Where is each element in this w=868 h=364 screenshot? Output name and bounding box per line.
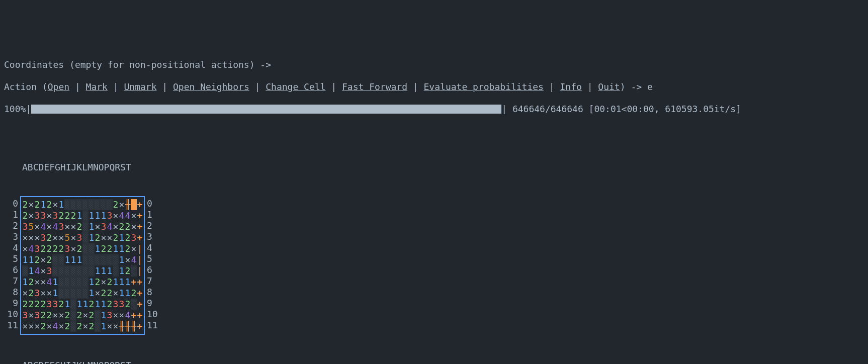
cell-O6[interactable]: 1 (107, 265, 113, 277)
cell-J0[interactable] (76, 199, 82, 210)
cell-P0[interactable]: 2 (113, 199, 119, 210)
action-unmark[interactable]: Unmark (124, 81, 156, 92)
cell-H1[interactable]: 2 (64, 210, 70, 221)
cell-E10[interactable]: 2 (46, 310, 52, 321)
cell-L11[interactable]: 2 (89, 321, 95, 332)
cell-F2[interactable]: 4 (52, 221, 58, 232)
cell-I4[interactable]: × (70, 243, 76, 254)
cell-O5[interactable] (107, 254, 113, 265)
cell-E9[interactable]: 3 (46, 299, 52, 310)
action-info[interactable]: Info (560, 81, 581, 92)
cell-K5[interactable] (82, 254, 89, 265)
cell-H0[interactable] (64, 199, 70, 210)
cell-F1[interactable]: 3 (52, 210, 58, 221)
cell-J1[interactable]: 1 (76, 210, 82, 221)
cell-Q0[interactable]: × (119, 199, 125, 210)
cell-J7[interactable] (76, 277, 82, 288)
cell-B0[interactable]: × (28, 199, 34, 210)
cell-Q1[interactable]: 4 (119, 210, 125, 221)
action-mark[interactable]: Mark (86, 81, 108, 92)
cell-N2[interactable]: 3 (101, 221, 107, 232)
cell-B1[interactable]: × (28, 210, 34, 221)
cell-I7[interactable] (70, 277, 76, 288)
cell-S0[interactable]: █ (131, 199, 137, 210)
cell-T10[interactable]: + (137, 310, 143, 321)
cell-D3[interactable]: 3 (40, 232, 46, 243)
cell-F10[interactable]: × (52, 310, 58, 321)
cell-F7[interactable]: 1 (52, 277, 58, 288)
cell-R0[interactable]: ╫ (125, 199, 131, 210)
cell-T2[interactable]: + (137, 221, 143, 232)
cell-F4[interactable]: 2 (52, 243, 58, 254)
cell-J2[interactable]: 2 (76, 221, 82, 232)
cell-H9[interactable]: 1 (64, 299, 70, 310)
cell-B11[interactable]: × (28, 321, 34, 332)
cell-C11[interactable]: × (34, 321, 40, 332)
cell-M11[interactable] (95, 321, 101, 332)
cell-K11[interactable]: × (82, 321, 89, 332)
cell-Q2[interactable]: 2 (119, 221, 125, 232)
cell-O3[interactable]: × (107, 232, 113, 243)
action-quit[interactable]: Quit (598, 81, 620, 92)
cell-C0[interactable]: 2 (34, 199, 40, 210)
cell-T7[interactable]: + (137, 277, 143, 288)
cell-M8[interactable]: × (95, 288, 101, 299)
cell-N3[interactable]: × (101, 232, 107, 243)
cell-L10[interactable]: 2 (89, 310, 95, 321)
cell-H4[interactable]: 3 (64, 243, 70, 254)
cell-A6[interactable] (22, 265, 28, 277)
cell-N9[interactable]: 1 (101, 299, 107, 310)
cell-C3[interactable]: × (34, 232, 40, 243)
cell-I11[interactable] (70, 321, 76, 332)
cell-J3[interactable]: 3 (76, 232, 82, 243)
cell-P9[interactable]: 3 (113, 299, 119, 310)
cell-S8[interactable]: 2 (131, 288, 137, 299)
cell-E6[interactable]: 3 (46, 265, 52, 277)
cell-A5[interactable]: 1 (22, 254, 28, 265)
cell-I5[interactable]: 1 (70, 254, 76, 265)
cell-E5[interactable]: 2 (46, 254, 52, 265)
cell-J8[interactable] (76, 288, 82, 299)
cell-Q8[interactable]: 1 (119, 288, 125, 299)
cell-B7[interactable]: 2 (28, 277, 34, 288)
cell-E0[interactable]: 2 (46, 199, 52, 210)
cell-Q5[interactable]: 1 (119, 254, 125, 265)
cell-O4[interactable]: 2 (107, 243, 113, 254)
cell-E8[interactable]: × (46, 288, 52, 299)
cell-M4[interactable]: 1 (95, 243, 101, 254)
cell-I8[interactable] (70, 288, 76, 299)
cell-G3[interactable]: × (58, 232, 64, 243)
cell-F9[interactable]: 3 (52, 299, 58, 310)
cell-A1[interactable]: 2 (22, 210, 28, 221)
cell-K2[interactable] (82, 221, 89, 232)
cell-I6[interactable] (70, 265, 76, 277)
cell-F11[interactable]: 4 (52, 321, 58, 332)
cell-C10[interactable]: 3 (34, 310, 40, 321)
cell-B9[interactable]: 2 (28, 299, 34, 310)
cell-D0[interactable]: 1 (40, 199, 46, 210)
cell-H5[interactable]: 1 (64, 254, 70, 265)
cell-P4[interactable]: 1 (113, 243, 119, 254)
cell-C6[interactable]: 4 (34, 265, 40, 277)
cell-I2[interactable]: × (70, 221, 76, 232)
cell-T9[interactable]: + (137, 299, 143, 310)
cell-C5[interactable]: 2 (34, 254, 40, 265)
cell-Q3[interactable]: 1 (119, 232, 125, 243)
cell-L3[interactable]: 1 (89, 232, 95, 243)
cell-G0[interactable]: 1 (58, 199, 64, 210)
cell-T0[interactable]: + (137, 199, 143, 210)
cell-Q11[interactable]: ╫ (119, 321, 125, 332)
cell-C7[interactable]: × (34, 277, 40, 288)
cell-K9[interactable]: 1 (82, 299, 89, 310)
cell-G10[interactable]: × (58, 310, 64, 321)
cell-D4[interactable]: 2 (40, 243, 46, 254)
cell-R6[interactable]: 2 (125, 265, 131, 277)
cell-G9[interactable]: 2 (58, 299, 64, 310)
cell-H8[interactable] (64, 288, 70, 299)
cell-N8[interactable]: 2 (101, 288, 107, 299)
cell-F0[interactable]: × (52, 199, 58, 210)
cell-S2[interactable]: × (131, 221, 137, 232)
cell-A8[interactable]: × (22, 288, 28, 299)
cell-S6[interactable] (131, 265, 137, 277)
cell-A4[interactable]: × (22, 243, 28, 254)
